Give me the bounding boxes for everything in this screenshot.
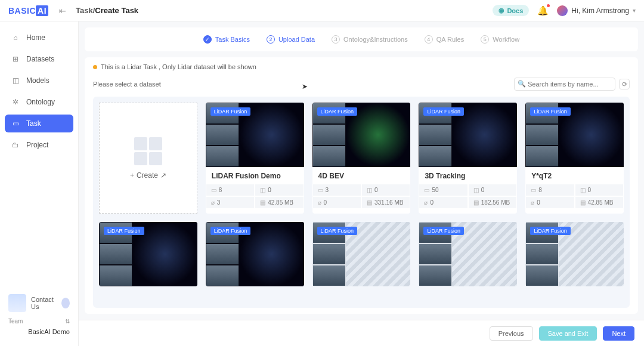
dataset-title: 4D BEV xyxy=(312,167,411,184)
home-icon: ⌂ xyxy=(11,33,20,42)
dataset-tag: LiDAR Fusion xyxy=(317,107,358,116)
stat-value: 0 xyxy=(430,199,434,206)
sidebar-item-task[interactable]: ▭Task xyxy=(5,115,73,132)
breadcrumb: Task/Create Task xyxy=(76,6,138,15)
dataset-card[interactable]: LiDAR Fusion xyxy=(419,222,517,286)
link-icon: ⌀ xyxy=(531,199,534,206)
dataset-thumbnail: LiDAR Fusion xyxy=(525,222,624,286)
step-label: QA Rules xyxy=(436,36,464,43)
dataset-card[interactable]: LiDAR Fusion Y*qT2 ▭8 ◫0 ⌀0 ▤42.85 MB xyxy=(525,103,624,214)
link-icon: ⌀ xyxy=(318,199,321,206)
contact-us[interactable]: Contact Us xyxy=(5,291,73,316)
datasets-icon: ⊞ xyxy=(11,55,20,63)
notifications-icon[interactable]: 🔔 xyxy=(537,5,549,16)
step-label: Upload Data xyxy=(278,36,315,43)
sidebar-item-label: Home xyxy=(26,33,45,42)
next-button[interactable]: Next xyxy=(603,326,634,341)
breadcrumb-root[interactable]: Task xyxy=(76,6,93,15)
annotations-icon: ◫ xyxy=(580,187,586,193)
task-icon: ▭ xyxy=(11,119,20,128)
notice: This is a Lidar Task , Only Lidar datase… xyxy=(93,63,630,70)
link-icon: ⌀ xyxy=(424,199,428,206)
link-icon: ⌀ xyxy=(211,199,215,206)
frames-icon: ▭ xyxy=(318,187,323,193)
stat-value: 8 xyxy=(538,187,542,193)
avatar xyxy=(557,5,568,16)
models-icon: ◫ xyxy=(11,76,20,85)
dataset-thumbnail: LiDAR Fusion xyxy=(312,222,411,286)
step-label: Task Basics xyxy=(215,36,250,43)
dataset-tag: LiDAR Fusion xyxy=(210,227,251,235)
stat-value: 3 xyxy=(326,187,329,193)
dataset-tag: LiDAR Fusion xyxy=(210,107,251,116)
create-icon xyxy=(134,137,162,165)
ontology-icon: ✲ xyxy=(11,98,20,106)
stat-value: 0 xyxy=(588,187,592,193)
step-label: Workflow xyxy=(493,36,519,43)
step-number: ✓ xyxy=(203,35,212,44)
dataset-title: 3D Tracking xyxy=(419,167,517,184)
step-ontology-instructions[interactable]: 3Ontology&Instructions xyxy=(326,33,414,46)
dataset-card[interactable]: LiDAR Fusion xyxy=(99,222,197,286)
contact-illustration xyxy=(8,294,26,312)
refresh-button[interactable]: ⟳ xyxy=(619,79,630,89)
dataset-thumbnail: LiDAR Fusion xyxy=(312,103,411,167)
step-upload-data[interactable]: 2Upload Data xyxy=(261,33,321,46)
sidebar-item-home[interactable]: ⌂Home xyxy=(5,29,73,47)
step-task-basics[interactable]: ✓Task Basics xyxy=(197,33,256,46)
frames-icon: ▭ xyxy=(424,187,429,193)
sidebar-item-label: Ontology xyxy=(26,98,55,106)
dataset-tag: LiDAR Fusion xyxy=(530,107,571,116)
dataset-card[interactable]: LiDAR Fusion 4D BEV ▭3 ◫0 ⌀0 ▤331.16 MB xyxy=(312,103,411,214)
team-selector[interactable]: Team⇅ xyxy=(5,316,73,327)
annotations-icon: ◫ xyxy=(367,187,372,193)
plus-icon: + xyxy=(130,171,134,180)
step-qa-rules[interactable]: 4QA Rules xyxy=(419,33,470,46)
user-menu[interactable]: Hi, Kim Armstrong ▾ xyxy=(557,5,636,16)
previous-button[interactable]: Previous xyxy=(490,326,533,341)
dataset-card[interactable]: LiDAR Fusion xyxy=(312,222,411,286)
search-input[interactable] xyxy=(514,78,615,91)
dataset-title: Y*qT2 xyxy=(525,167,624,184)
create-dataset-card[interactable]: +Create↗ xyxy=(99,103,197,214)
step-workflow[interactable]: 5Workflow xyxy=(475,33,525,46)
stat-value: 42.85 MB xyxy=(588,199,614,206)
sidebar-item-datasets[interactable]: ⊞Datasets xyxy=(5,50,73,68)
dataset-card[interactable]: LiDAR Fusion 3D Tracking ▭50 ◫0 ⌀0 ▤182.… xyxy=(419,103,517,214)
breadcrumb-current: Create Task xyxy=(95,6,138,15)
dataset-thumbnail: LiDAR Fusion xyxy=(419,103,517,167)
logo[interactable]: BASICAI xyxy=(8,6,48,16)
stepper: ✓Task Basics2Upload Data3Ontology&Instru… xyxy=(85,27,638,51)
chevron-down-icon: ▾ xyxy=(633,7,636,14)
stat-value: 0 xyxy=(481,187,485,193)
save-exit-button[interactable]: Save and Exit xyxy=(539,326,597,341)
dataset-tag: LiDAR Fusion xyxy=(530,227,571,235)
stat-value: 182.56 MB xyxy=(481,199,510,206)
sidebar-item-project[interactable]: 🗀Project xyxy=(5,136,73,154)
dataset-card[interactable]: LiDAR Fusion xyxy=(206,222,304,286)
step-number: 3 xyxy=(332,35,340,44)
dataset-card[interactable]: LiDAR Fusion xyxy=(525,222,624,286)
stat-value: 0 xyxy=(374,187,378,193)
stat-value: 0 xyxy=(324,199,327,206)
dataset-card[interactable]: LiDAR Fusion LiDAR Fusion Demo ▭8 ◫0 ⌀3 … xyxy=(206,103,304,214)
sidebar-collapse-icon[interactable]: ⇤ xyxy=(59,6,66,16)
stat-value: 42.85 MB xyxy=(268,199,293,206)
stat-value: 0 xyxy=(537,199,540,206)
dataset-tag: LiDAR Fusion xyxy=(317,227,358,235)
dataset-thumbnail: LiDAR Fusion xyxy=(206,103,304,167)
docs-button[interactable]: ◉ Docs xyxy=(493,5,529,16)
dataset-tag: LiDAR Fusion xyxy=(423,107,464,116)
sidebar-item-models[interactable]: ◫Models xyxy=(5,72,73,89)
chat-icon[interactable] xyxy=(61,298,70,308)
frames-icon: ▭ xyxy=(211,187,216,193)
stat-value: 3 xyxy=(217,199,221,206)
select-prompt: Please select a dataset xyxy=(93,81,161,88)
search-icon: 🔍 xyxy=(518,80,526,88)
sidebar-item-label: Task xyxy=(26,119,41,128)
dataset-thumbnail: LiDAR Fusion xyxy=(99,222,197,286)
stat-value: 331.16 MB xyxy=(374,199,403,206)
sidebar-item-ontology[interactable]: ✲Ontology xyxy=(5,93,73,111)
warning-dot-icon xyxy=(93,65,97,69)
frames-icon: ▭ xyxy=(531,187,536,193)
